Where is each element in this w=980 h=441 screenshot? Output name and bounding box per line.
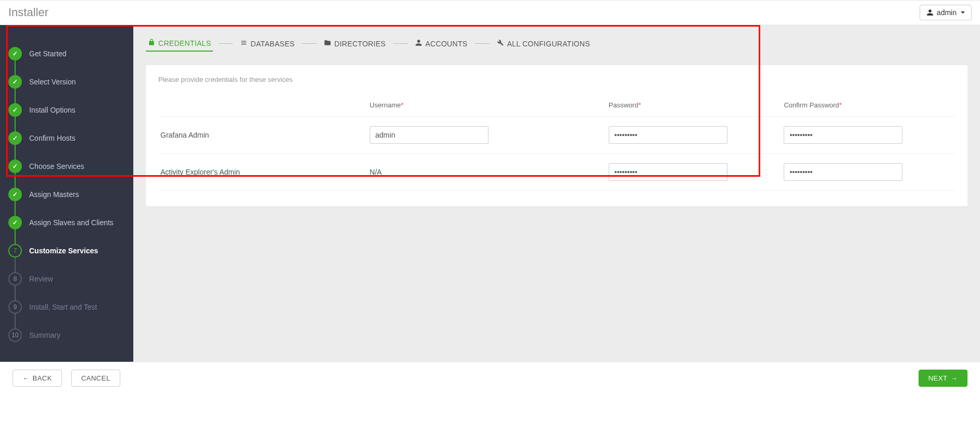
tab-all-configurations[interactable]: ALL CONFIGURATIONS: [495, 36, 592, 51]
back-button[interactable]: BACK: [12, 370, 62, 387]
credentials-table: Username* Password* Confirm Password* Gr…: [158, 96, 955, 191]
wizard-step-8[interactable]: 7Customize Services: [8, 237, 125, 265]
col-service: [158, 96, 366, 117]
step-label: Get Started: [29, 50, 67, 58]
confirm-password-input[interactable]: [784, 126, 902, 144]
username-input[interactable]: [370, 126, 488, 144]
tab-separator: [218, 43, 233, 44]
tab-credentials[interactable]: CREDENTIALS: [146, 35, 213, 52]
username-na: N/A: [370, 168, 382, 176]
check-icon: [8, 188, 22, 201]
next-button[interactable]: NEXT: [919, 370, 968, 387]
credential-row: Grafana Admin: [158, 117, 955, 154]
wizard-step-6[interactable]: Assign Masters: [8, 180, 125, 209]
step-label: Summary: [29, 331, 60, 339]
main-content: CREDENTIALSDATABASESDIRECTORIESACCOUNTSA…: [133, 25, 980, 362]
step-label: Assign Masters: [29, 190, 79, 199]
step-label: Choose Services: [29, 162, 84, 170]
check-icon: [8, 160, 22, 173]
user-menu[interactable]: admin: [920, 5, 972, 20]
col-confirm: Confirm Password*: [780, 96, 955, 117]
wizard-step-10: 9Install, Start and Test: [8, 293, 125, 321]
tab-separator: [302, 43, 317, 44]
confirm-password-input[interactable]: [784, 163, 902, 181]
tab-separator: [393, 43, 408, 44]
step-label: Select Version: [29, 78, 76, 86]
panel-description: Please provide credentials for these ser…: [158, 76, 955, 83]
password-input[interactable]: [609, 126, 727, 144]
cancel-button[interactable]: CANCEL: [71, 370, 120, 387]
wizard-sidebar: Get StartedSelect VersionInstall Options…: [0, 25, 133, 362]
user-icon: [415, 39, 422, 48]
footer: BACK CANCEL NEXT: [0, 362, 980, 394]
user-label: admin: [937, 8, 957, 17]
chevron-down-icon: [961, 11, 965, 14]
wrench-icon: [497, 39, 504, 48]
tab-label: CREDENTIALS: [158, 39, 211, 47]
step-number: 10: [8, 328, 22, 342]
page-title: Installer: [8, 6, 48, 19]
tab-label: DATABASES: [250, 40, 295, 48]
tab-label: DIRECTORIES: [334, 40, 386, 48]
step-label: Install Options: [29, 106, 76, 114]
step-number: 8: [8, 272, 22, 286]
check-icon: [8, 47, 22, 60]
wizard-step-9: 8Review: [8, 265, 125, 293]
tab-label: ACCOUNTS: [425, 40, 468, 48]
folder-icon: [324, 39, 331, 48]
tab-directories[interactable]: DIRECTORIES: [322, 36, 388, 51]
tab-accounts[interactable]: ACCOUNTS: [413, 36, 470, 51]
tab-databases[interactable]: DATABASES: [238, 36, 297, 51]
password-input[interactable]: [609, 163, 727, 181]
wizard-step-3[interactable]: Install Options: [8, 96, 125, 124]
user-icon: [926, 9, 934, 16]
step-label: Review: [29, 275, 53, 283]
wizard-step-11: 10Summary: [8, 321, 125, 349]
step-number: 7: [8, 244, 22, 258]
wizard-step-2[interactable]: Select Version: [8, 68, 125, 96]
wizard-step-7[interactable]: Assign Slaves and Clients: [8, 209, 125, 237]
step-number: 9: [8, 300, 22, 314]
tab-separator: [475, 43, 489, 44]
config-tabs: CREDENTIALSDATABASESDIRECTORIESACCOUNTSA…: [146, 35, 968, 52]
check-icon: [8, 75, 22, 89]
service-name: Grafana Admin: [158, 117, 366, 154]
tab-label: ALL CONFIGURATIONS: [507, 40, 590, 48]
check-icon: [8, 131, 22, 145]
wizard-step-1[interactable]: Get Started: [8, 40, 125, 68]
col-username: Username*: [366, 96, 605, 117]
col-password: Password*: [605, 96, 780, 117]
step-label: Assign Slaves and Clients: [29, 218, 114, 227]
wizard-step-4[interactable]: Confirm Hosts: [8, 124, 125, 152]
step-label: Customize Services: [29, 247, 98, 255]
list-icon: [240, 39, 247, 48]
header: Installer admin: [0, 1, 980, 25]
step-label: Install, Start and Test: [29, 303, 97, 311]
lock-icon: [148, 39, 155, 47]
check-icon: [8, 103, 22, 117]
wizard-step-5[interactable]: Choose Services: [8, 152, 125, 180]
credential-row: Activity Explorer's AdminN/A: [158, 154, 955, 191]
check-icon: [8, 216, 22, 229]
credentials-panel: Please provide credentials for these ser…: [146, 65, 968, 206]
step-label: Confirm Hosts: [29, 134, 76, 142]
service-name: Activity Explorer's Admin: [158, 154, 366, 191]
